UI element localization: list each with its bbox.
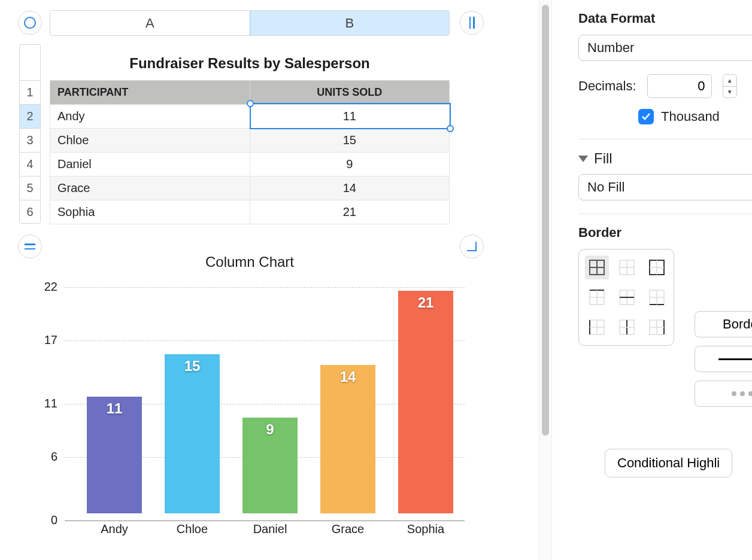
border-position-grid <box>578 249 674 346</box>
line-icon <box>718 358 752 360</box>
decimals-input[interactable] <box>647 74 712 98</box>
row-header-3[interactable]: 3 <box>19 128 41 152</box>
header-units-sold[interactable]: Units Sold <box>250 81 450 105</box>
x-axis-label: Daniel <box>234 522 306 536</box>
row-headers: 1 2 3 4 5 6 <box>19 44 41 224</box>
y-axis-tick: 17 <box>34 333 57 347</box>
cell-a4[interactable]: Daniel <box>50 153 250 176</box>
chart-bar[interactable]: 14 <box>320 365 375 513</box>
border-left[interactable] <box>585 315 609 339</box>
fill-label: Fill <box>594 150 612 167</box>
column-headers: A B <box>50 10 450 36</box>
border-right[interactable] <box>645 315 669 339</box>
border-more-options[interactable] <box>695 381 752 407</box>
x-axis-label: Sophia <box>390 522 462 536</box>
triangle-down-icon <box>578 156 588 162</box>
cell-a2[interactable]: Andy <box>50 105 250 129</box>
decimals-label: Decimals: <box>578 78 636 94</box>
circle-icon <box>24 17 36 29</box>
chart-bar[interactable]: 11 <box>87 397 142 513</box>
border-style-controls: Border <box>695 311 752 407</box>
decimals-stepper[interactable]: ▲ ▼ <box>723 74 737 98</box>
thousands-separator-checkbox[interactable] <box>638 109 654 124</box>
border-inside[interactable] <box>615 255 639 279</box>
x-axis-line <box>65 521 465 521</box>
row-header-6[interactable]: 6 <box>19 200 41 224</box>
cell-b2[interactable]: 11 <box>250 105 450 129</box>
data-table: Participant Units Sold Andy 11 Chloe 15 … <box>50 80 450 224</box>
border-outside[interactable] <box>645 255 669 279</box>
corner-icon <box>467 242 477 251</box>
cell-b5[interactable]: 14 <box>250 176 450 200</box>
x-axis-label: Andy <box>78 522 150 536</box>
column-header-a[interactable]: A <box>50 11 250 35</box>
rows-icon <box>25 244 35 249</box>
table-title[interactable]: Fundraiser Results by Salesperson <box>50 55 450 72</box>
row-header-2[interactable]: 2 <box>19 104 41 128</box>
dot-icon <box>740 391 745 396</box>
column-chart[interactable]: 06111722 111591421 AndyChloeDanielGraceS… <box>34 273 453 542</box>
row-header-5[interactable]: 5 <box>19 176 41 200</box>
border-style-select[interactable]: Border <box>695 311 752 337</box>
cell-b6[interactable]: 21 <box>250 200 450 224</box>
data-format-heading: Data Format <box>578 11 752 26</box>
header-participant[interactable]: Participant <box>50 81 250 105</box>
row-header-4[interactable]: 4 <box>19 152 41 176</box>
table-handle-top-left[interactable] <box>18 11 42 35</box>
data-format-select[interactable]: Number <box>578 35 752 61</box>
divider <box>578 139 752 139</box>
add-row-button[interactable] <box>18 235 42 258</box>
bar-value-label: 14 <box>320 369 375 385</box>
cell-b3[interactable]: 15 <box>250 129 450 153</box>
border-vertical[interactable] <box>615 315 639 339</box>
row-header-blank[interactable] <box>19 44 41 80</box>
bar-value-label: 21 <box>398 294 453 311</box>
border-bottom[interactable] <box>645 285 669 309</box>
y-axis-tick: 22 <box>34 280 57 294</box>
border-horizontal[interactable] <box>615 285 639 309</box>
border-line-style[interactable] <box>695 346 752 372</box>
border-all[interactable] <box>585 255 609 279</box>
vertical-scrollbar-thumb[interactable] <box>542 5 549 436</box>
check-icon <box>641 112 651 121</box>
x-axis-label: Grace <box>312 522 384 536</box>
cell-a3[interactable]: Chloe <box>50 129 250 153</box>
border-heading: Border <box>578 225 752 241</box>
columns-icon <box>469 17 475 29</box>
conditional-highlighting-button[interactable]: Conditional Highli <box>605 449 732 477</box>
chart-bar[interactable]: 21 <box>398 291 453 513</box>
y-axis-tick: 11 <box>34 397 57 410</box>
bar-value-label: 15 <box>165 358 220 375</box>
row-header-1[interactable]: 1 <box>19 80 41 104</box>
y-axis-tick: 6 <box>34 450 57 464</box>
border-top[interactable] <box>585 285 609 309</box>
chart-bar[interactable]: 15 <box>165 354 220 513</box>
cell-b4[interactable]: 9 <box>250 153 450 176</box>
thousands-separator-label: Thousand <box>661 109 720 124</box>
add-column-button[interactable] <box>460 11 484 35</box>
fill-disclosure[interactable]: Fill <box>578 150 752 167</box>
bar-value-label: 9 <box>242 421 298 438</box>
fill-select[interactable]: No Fill <box>578 174 752 200</box>
divider <box>578 214 752 214</box>
dot-icon <box>732 391 736 396</box>
stepper-down-icon[interactable]: ▼ <box>723 87 736 98</box>
x-axis-label: Chloe <box>156 522 228 536</box>
resize-table-button[interactable] <box>460 235 484 258</box>
column-header-b[interactable]: B <box>250 11 450 35</box>
cell-a5[interactable]: Grace <box>50 176 250 200</box>
y-axis-tick: 0 <box>34 513 57 527</box>
bar-value-label: 11 <box>87 400 142 417</box>
stepper-up-icon[interactable]: ▲ <box>723 75 736 87</box>
chart-title[interactable]: Column Chart <box>50 254 450 270</box>
dot-icon <box>748 391 752 396</box>
cell-a6[interactable]: Sophia <box>50 200 250 224</box>
chart-bar[interactable]: 9 <box>242 418 298 513</box>
spreadsheet-canvas: A B 1 2 3 4 5 6 Fundraiser Results by Sa… <box>0 0 539 560</box>
vertical-scrollbar-track[interactable] <box>539 0 552 560</box>
